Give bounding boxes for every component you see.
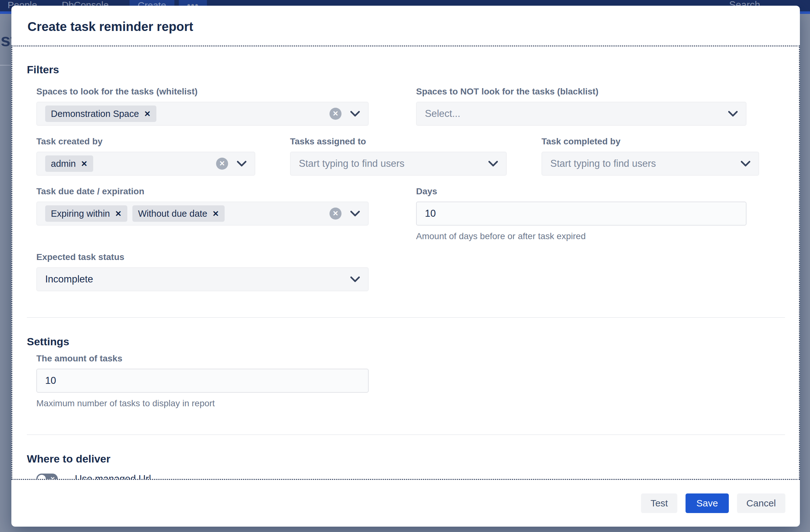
selected-option-tag[interactable]: Without due date ✕: [132, 205, 225, 222]
selected-option-tag[interactable]: Expiring within ✕: [45, 205, 127, 222]
filters-row-status: Expected task status Incomplete: [36, 252, 785, 291]
test-button[interactable]: Test: [641, 494, 677, 513]
status-select[interactable]: Incomplete: [36, 267, 369, 291]
due-date-label: Task due date / expiration: [36, 187, 369, 196]
days-label: Days: [416, 187, 746, 196]
completed-by-label: Task completed by: [541, 136, 759, 147]
created-by-select[interactable]: admin ✕ ✕: [36, 152, 255, 176]
create-task-reminder-dialog: Create task reminder report Filters Spac…: [11, 6, 800, 527]
section-divider: [27, 434, 785, 435]
dialog-header: Create task reminder report: [11, 6, 800, 46]
created-by-label: Task created by: [36, 136, 255, 147]
remove-tag-icon[interactable]: ✕: [115, 209, 122, 218]
remove-tag-icon[interactable]: ✕: [212, 209, 219, 218]
section-divider: [27, 317, 785, 318]
chevron-down-icon[interactable]: [728, 111, 738, 116]
whitelist-select[interactable]: Demonstration Space ✕ ✕: [36, 102, 369, 126]
clear-field-icon[interactable]: ✕: [329, 108, 341, 120]
selected-option-tag[interactable]: Demonstration Space ✕: [45, 106, 156, 122]
blacklist-label: Spaces to NOT look for the tasks (blackl…: [416, 86, 746, 97]
chevron-down-icon[interactable]: [237, 161, 246, 166]
status-label: Expected task status: [36, 252, 369, 262]
chevron-down-icon[interactable]: [350, 211, 360, 216]
remove-tag-icon[interactable]: ✕: [144, 109, 151, 118]
background-divider: [0, 65, 11, 66]
dialog-content: Filters Spaces to look for the tasks (wh…: [11, 46, 800, 480]
toggle-off-icon: ✕: [50, 476, 55, 480]
filters-row-due: Task due date / expiration Expiring with…: [36, 187, 785, 241]
clear-field-icon[interactable]: ✕: [216, 158, 228, 170]
days-help-text: Amount of days before or after task expi…: [416, 231, 746, 241]
filters-row-spaces: Spaces to look for the tasks (whitelist)…: [36, 86, 785, 126]
completed-by-select[interactable]: Start typing to find users: [541, 152, 759, 176]
amount-help-text: Maximum number of tasks to display in re…: [36, 398, 785, 408]
dialog-footer: Test Save Cancel: [11, 480, 800, 527]
dialog-title: Create task reminder report: [28, 20, 800, 34]
days-input[interactable]: [416, 201, 746, 226]
assigned-to-label: Tasks assigned to: [290, 136, 507, 147]
settings-heading: Settings: [27, 336, 785, 348]
whitelist-label: Spaces to look for the tasks (whitelist): [36, 86, 369, 97]
cancel-button[interactable]: Cancel: [737, 494, 785, 513]
assigned-to-select[interactable]: Start typing to find users: [290, 152, 507, 176]
amount-input[interactable]: [36, 369, 369, 393]
selected-option-tag[interactable]: admin ✕: [45, 156, 93, 172]
chevron-down-icon[interactable]: [350, 276, 360, 282]
managed-url-row: ✕ Use managed Url: [36, 473, 785, 480]
toggle-knob: [37, 475, 46, 480]
deliver-heading: Where to deliver: [27, 453, 785, 465]
managed-url-toggle[interactable]: ✕: [36, 473, 58, 480]
chevron-down-icon[interactable]: [488, 161, 498, 166]
chevron-down-icon[interactable]: [350, 111, 360, 116]
filters-heading: Filters: [27, 64, 785, 76]
blacklist-select[interactable]: Select...: [416, 102, 746, 126]
amount-label: The amount of tasks: [36, 354, 785, 364]
remove-tag-icon[interactable]: ✕: [81, 159, 87, 168]
save-button[interactable]: Save: [685, 494, 729, 513]
due-date-select[interactable]: Expiring within ✕ Without due date ✕ ✕: [36, 201, 369, 226]
clear-field-icon[interactable]: ✕: [329, 208, 341, 220]
chevron-down-icon[interactable]: [741, 161, 750, 166]
filters-row-users: Task created by admin ✕ ✕: [36, 136, 785, 176]
managed-url-label: Use managed Url: [75, 473, 151, 480]
